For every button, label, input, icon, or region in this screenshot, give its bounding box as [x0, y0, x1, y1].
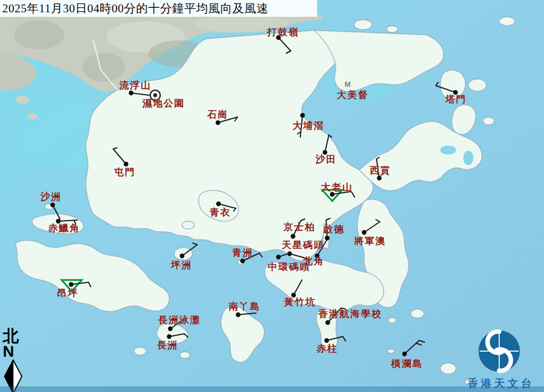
station-dot-icon: [323, 150, 327, 155]
station-dot-icon: [315, 254, 319, 258]
title-bar: 2025年11月30日04時00分的十分鐘平均風向及風速: [0, 0, 317, 17]
station-dot-icon: [325, 236, 329, 240]
north-hanzi: 北: [3, 328, 27, 344]
map-title: 2025年11月30日04時00分的十分鐘平均風向及風速: [2, 1, 268, 16]
land-islet: [388, 318, 396, 323]
station-dot-icon: [216, 120, 220, 125]
north-letter: N: [3, 344, 27, 360]
station-dot-icon: [453, 90, 458, 95]
north-compass: 北 N: [1, 328, 27, 392]
station-dot-icon: [362, 230, 366, 235]
station-dot-icon: [129, 91, 133, 95]
land-islet: [180, 352, 190, 358]
station-dot-icon: [167, 334, 171, 339]
station-dot-icon: [377, 176, 382, 180]
station-dot-icon: [236, 312, 240, 317]
sai-kung-inlet: [463, 151, 473, 165]
station-dot-icon: [180, 254, 184, 258]
land-tung-lung: [411, 309, 424, 318]
station-dot-icon: [276, 35, 281, 40]
land-waglan-islet: [388, 349, 394, 353]
station-dot-icon: [291, 293, 296, 297]
wind-map-screen: 打鼓嶺流浮山濕地公園石崗大美督M大埔滘沙田塔門屯門西貢大老山沙洲赤鱲角青衣京士柏…: [0, 0, 544, 392]
station-dot-icon: [69, 282, 73, 287]
calm-wind-dot-icon: [154, 94, 157, 97]
station-dot-icon: [168, 326, 173, 331]
station-dot-icon: [56, 219, 61, 223]
station-dot-icon: [326, 320, 330, 325]
station-dot-icon: [300, 113, 305, 118]
station-dot-icon: [124, 162, 128, 166]
land-ma-wan: [182, 221, 194, 229]
sai-kung-inlet: [440, 146, 456, 155]
station-dot-icon: [402, 352, 407, 356]
station-dot-icon: [50, 203, 55, 207]
station-dot-icon: [240, 259, 245, 263]
hko-logo: 香港天文台 HONG KONG OBSERVATORY: [458, 328, 543, 392]
hko-logo-icon: [458, 328, 543, 375]
land-peng-chau: [174, 248, 192, 260]
land-islet: [134, 347, 146, 355]
station-dot-icon: [276, 255, 281, 259]
station-dot-icon: [291, 234, 295, 239]
footer-band: [0, 386, 544, 392]
land-po-toi: [440, 363, 456, 374]
wind-station-wetland-park: [150, 90, 160, 100]
station-dot-icon: [216, 202, 221, 206]
station-dot-icon: [324, 338, 329, 343]
station-dot-icon: [330, 192, 334, 197]
